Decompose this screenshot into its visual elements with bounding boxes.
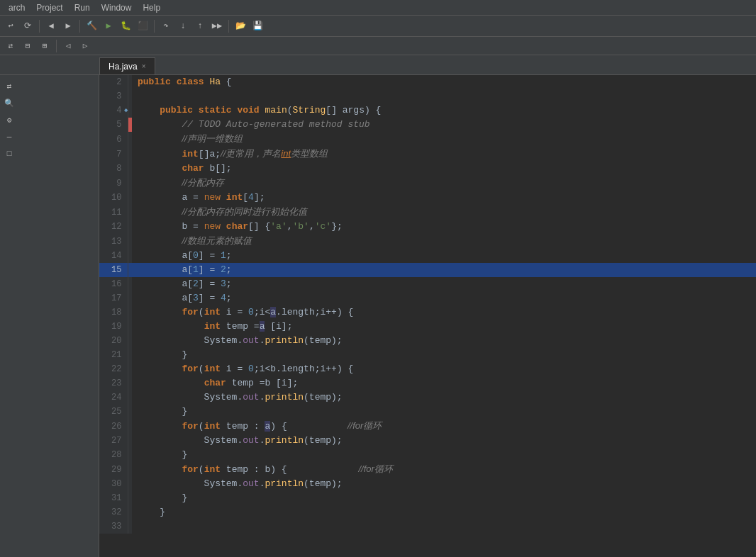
table-row: 2 public class Ha {: [99, 75, 756, 89]
resume-button[interactable]: ▶▶: [209, 18, 225, 34]
toolbar-main: ↩ ⟳ ◀ ▶ 🔨 ▶ 🐛 ⬛ ↷ ↓ ↑ ▶▶ 📂 💾: [0, 16, 756, 37]
code-line: }: [132, 491, 756, 505]
code-line: }: [132, 405, 756, 419]
sidebar-icon-minimize[interactable]: —: [1, 129, 17, 145]
table-row: 4 public static void main(String[] args)…: [99, 103, 756, 118]
sidebar-icon-restore[interactable]: □: [1, 146, 17, 162]
code-line: a[3] = 4;: [132, 291, 756, 305]
step-into-button[interactable]: ↓: [175, 18, 191, 34]
line-number: 13: [99, 234, 128, 249]
table-row: 3: [99, 89, 756, 103]
debug-button[interactable]: 🐛: [118, 18, 133, 34]
line-number: 27: [99, 434, 128, 448]
line-number: 29: [99, 462, 128, 477]
left-sidebar: ⇄ 🔍 ⚙ — □: [0, 75, 99, 557]
line-number: 10: [99, 191, 128, 205]
line-number: 8: [99, 162, 128, 176]
code-line: int[]a;//更常用，声名int类型数组: [132, 147, 756, 162]
table-row: 9 //分配内存: [99, 176, 756, 191]
table-row: 19 int temp =a [i];: [99, 320, 756, 334]
line-number: 24: [99, 390, 128, 405]
tab-label: Ha.java: [109, 62, 138, 72]
line-number: 22: [99, 362, 128, 376]
code-line: System.out.println(temp);: [132, 477, 756, 491]
table-row: 11 //分配内存的同时进行初始化值: [99, 205, 756, 220]
code-editor[interactable]: 2 public class Ha { 3 4 public static vo…: [99, 75, 756, 557]
forward-button[interactable]: ▶: [60, 18, 76, 34]
line-number: 4: [99, 103, 128, 118]
sidebar-icon-3[interactable]: ⚙: [1, 112, 17, 128]
line-number: 23: [99, 376, 128, 390]
code-line: b = new char[] {'a','b','c'};: [132, 220, 756, 234]
code-line: a[1] = 2;: [132, 263, 756, 277]
redo-button[interactable]: ⟳: [20, 18, 35, 34]
prev-button[interactable]: ◁: [60, 38, 76, 54]
table-row: 7 int[]a;//更常用，声名int类型数组: [99, 147, 756, 162]
menu-project[interactable]: Project: [30, 1, 68, 14]
code-line: }: [132, 505, 756, 519]
tab-ha-java[interactable]: Ha.java ×: [99, 57, 155, 74]
code-line: [132, 89, 756, 103]
toolbar-sep-2: [79, 20, 80, 33]
back-button[interactable]: ◀: [43, 18, 59, 34]
table-row: 12 b = new char[] {'a','b','c'};: [99, 220, 756, 234]
menu-arch[interactable]: arch: [3, 1, 30, 14]
line-number: 6: [99, 132, 128, 147]
line-number: 25: [99, 405, 128, 419]
toolbar-sep-4: [228, 20, 229, 33]
table-row: 29 for(int temp : b) { //for循环: [99, 462, 756, 477]
step-out-button[interactable]: ↑: [192, 18, 208, 34]
code-line: char b[];: [132, 162, 756, 176]
table-row: 6 //声明一维数组: [99, 132, 756, 147]
run-button[interactable]: ▶: [101, 18, 116, 34]
sidebar-icon-1[interactable]: ⇄: [1, 78, 17, 94]
line-number: 18: [99, 305, 128, 320]
line-number: 28: [99, 448, 128, 462]
table-row: 10 a = new int[4];: [99, 191, 756, 205]
table-row: 13 //数组元素的赋值: [99, 234, 756, 249]
line-number: 17: [99, 291, 128, 305]
table-row: 33: [99, 519, 756, 534]
code-line: int temp =a [i];: [132, 320, 756, 334]
line-number: 3: [99, 89, 128, 103]
next-button[interactable]: ▷: [77, 38, 93, 54]
main-area: ⇄ 🔍 ⚙ — □ 2 public class Ha { 3: [0, 75, 756, 557]
stop-button[interactable]: ⬛: [135, 18, 150, 34]
code-line: a[0] = 1;: [132, 249, 756, 263]
code-line: System.out.println(temp);: [132, 390, 756, 405]
table-row: 22 for(int i = 0;i<b.length;i++) {: [99, 362, 756, 376]
open-file-button[interactable]: 📂: [233, 18, 248, 34]
menu-run[interactable]: Run: [69, 1, 96, 14]
code-line: //分配内存: [132, 176, 756, 191]
build-button[interactable]: 🔨: [84, 18, 99, 34]
toolbar-sep-1: [39, 20, 40, 33]
line-number: 11: [99, 205, 128, 220]
menu-help[interactable]: Help: [137, 1, 166, 14]
code-line: System.out.println(temp);: [132, 434, 756, 448]
line-number: 15: [99, 263, 128, 277]
toolbar2-sep-1: [56, 40, 57, 52]
tab-close-button[interactable]: ×: [142, 62, 146, 70]
table-row: 26 for(int temp : a) { //for循环: [99, 419, 756, 434]
sync-button[interactable]: ⇄: [3, 38, 18, 54]
undo-button[interactable]: ↩: [3, 18, 18, 34]
code-line: }: [132, 448, 756, 462]
line-number: 33: [99, 519, 128, 534]
code-line: a = new int[4];: [132, 191, 756, 205]
table-row: 30 System.out.println(temp);: [99, 477, 756, 491]
table-row: 27 System.out.println(temp);: [99, 434, 756, 448]
line-number: 14: [99, 249, 128, 263]
menu-bar: arch Project Run Window Help: [0, 0, 756, 16]
table-row: 28 }: [99, 448, 756, 462]
table-row: 23 char temp =b [i];: [99, 376, 756, 390]
save-button[interactable]: 💾: [250, 18, 265, 34]
line-number: 7: [99, 147, 128, 162]
code-line: for(int i = 0;i<a.length;i++) {: [132, 305, 756, 320]
menu-window[interactable]: Window: [96, 1, 138, 14]
table-row: 25 }: [99, 405, 756, 419]
step-over-button[interactable]: ↷: [158, 18, 174, 34]
expand-button[interactable]: ⊞: [37, 38, 52, 54]
sidebar-icon-2[interactable]: 🔍: [1, 95, 17, 111]
collapse-button[interactable]: ⊟: [20, 38, 35, 54]
line-number: 9: [99, 176, 128, 191]
